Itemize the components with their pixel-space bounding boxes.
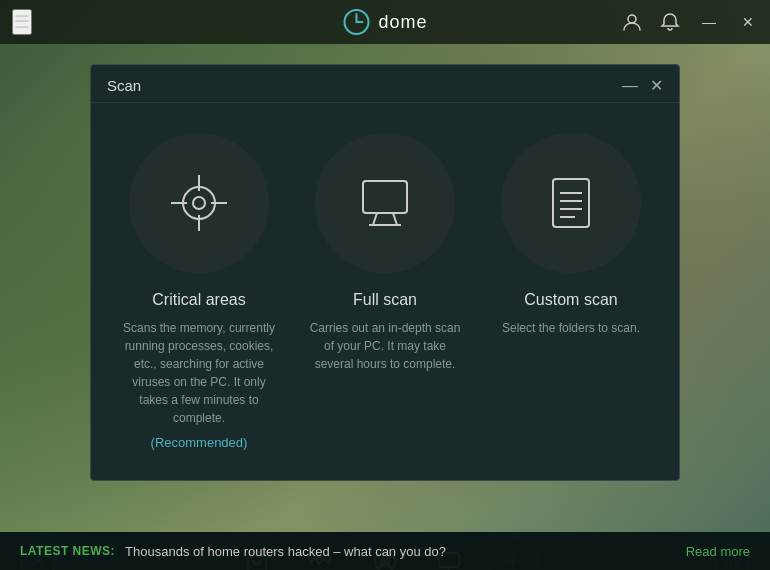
monitor-icon [353, 171, 417, 235]
dialog-titlebar: Scan — ✕ [91, 65, 679, 103]
svg-line-10 [393, 213, 397, 225]
logo-icon [342, 8, 370, 36]
document-lines-icon [539, 171, 603, 235]
svg-rect-12 [553, 179, 589, 227]
notifications-button[interactable] [660, 12, 680, 32]
dialog-title: Scan [107, 77, 141, 94]
app-title: dome [378, 12, 427, 33]
custom-scan-button[interactable] [501, 133, 641, 273]
user-profile-button[interactable] [622, 12, 642, 32]
scan-options: Critical areas Scans the memory, current… [91, 103, 679, 480]
critical-areas-button[interactable] [129, 133, 269, 273]
svg-point-1 [628, 15, 636, 23]
close-window-button[interactable]: ✕ [738, 12, 758, 32]
dialog-minimize-button[interactable]: — [622, 78, 638, 94]
titlebar-left: ☰ [12, 9, 32, 35]
hamburger-menu-button[interactable]: ☰ [12, 9, 32, 35]
main-content: Scan — ✕ Critical [0, 44, 770, 532]
titlebar: ☰ dome — ✕ [0, 0, 770, 44]
svg-point-2 [183, 187, 215, 219]
critical-areas-title: Critical areas [152, 291, 245, 309]
dialog-controls: — ✕ [622, 78, 663, 94]
user-icon [622, 12, 642, 32]
full-scan-option: Full scan Carries out an in-depth scan o… [297, 133, 473, 450]
full-scan-title: Full scan [353, 291, 417, 309]
svg-rect-8 [363, 181, 407, 213]
critical-areas-option: Critical areas Scans the memory, current… [111, 133, 287, 450]
critical-areas-desc: Scans the memory, currently running proc… [119, 319, 279, 427]
custom-scan-title: Custom scan [524, 291, 617, 309]
titlebar-right: — ✕ [622, 12, 758, 32]
svg-line-9 [373, 213, 377, 225]
svg-point-3 [193, 197, 205, 209]
custom-scan-desc: Select the folders to scan. [502, 319, 640, 337]
minimize-window-button[interactable]: — [698, 12, 720, 32]
read-more-link[interactable]: Read more [686, 544, 750, 559]
news-bar: LATEST NEWS: Thousands of home routers h… [0, 532, 770, 570]
news-label: LATEST NEWS: [20, 544, 115, 558]
scan-dialog: Scan — ✕ Critical [90, 64, 680, 481]
full-scan-button[interactable] [315, 133, 455, 273]
crosshair-icon [167, 171, 231, 235]
bell-icon [660, 12, 680, 32]
news-text: Thousands of home routers hacked – what … [125, 544, 676, 559]
critical-areas-recommended: (Recommended) [151, 435, 248, 450]
custom-scan-option: Custom scan Select the folders to scan. [483, 133, 659, 450]
titlebar-center: dome [342, 8, 427, 36]
full-scan-desc: Carries out an in-depth scan of your PC.… [305, 319, 465, 373]
dialog-close-button[interactable]: ✕ [650, 78, 663, 94]
